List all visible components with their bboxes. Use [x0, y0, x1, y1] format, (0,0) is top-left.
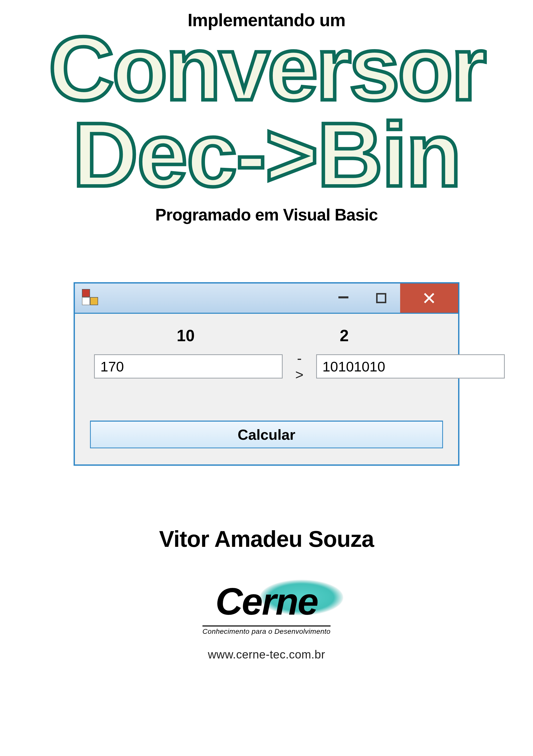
decimal-input[interactable]: [94, 354, 283, 379]
label-binary-base: 2: [340, 326, 349, 345]
author-name: Vitor Amadeu Souza: [0, 526, 533, 552]
inputs-row: ->: [89, 350, 444, 383]
publisher-logo-block: Cerne Conhecimento para o Desenvolviment…: [0, 577, 533, 661]
maximize-icon: [376, 292, 387, 304]
base-labels-row: 10 2: [89, 326, 444, 350]
arrow-separator: ->: [295, 350, 304, 383]
logo-text: Cerne: [203, 580, 330, 623]
cerne-logo: Cerne Conhecimento para o Desenvolviment…: [192, 577, 341, 637]
cover-title-block: Implementando um Conversor Dec->Bin Prog…: [0, 0, 533, 224]
binary-output[interactable]: [316, 354, 505, 379]
close-button[interactable]: [400, 284, 458, 313]
calculate-button[interactable]: Calcular: [90, 420, 443, 448]
app-window: – 10 2 -> Calcular: [73, 282, 460, 466]
logo-tagline: Conhecimento para o Desenvolvimento: [203, 628, 330, 635]
label-decimal-base: 10: [177, 326, 195, 345]
logo-url: www.cerne-tec.com.br: [0, 648, 533, 661]
app-icon: [82, 289, 100, 307]
title-line2: Dec->Bin: [0, 111, 533, 198]
window-controls: –: [324, 284, 458, 313]
window-titlebar: –: [75, 284, 458, 314]
window-body: 10 2 -> Calcular: [75, 314, 458, 465]
close-icon: [422, 291, 436, 305]
title-line1: Conversor: [0, 25, 533, 111]
minimize-button[interactable]: –: [324, 284, 362, 313]
logo-divider: [203, 626, 330, 627]
maximize-button[interactable]: [362, 284, 400, 313]
svg-rect-0: [377, 294, 386, 303]
title-post: Programado em Visual Basic: [0, 205, 533, 224]
